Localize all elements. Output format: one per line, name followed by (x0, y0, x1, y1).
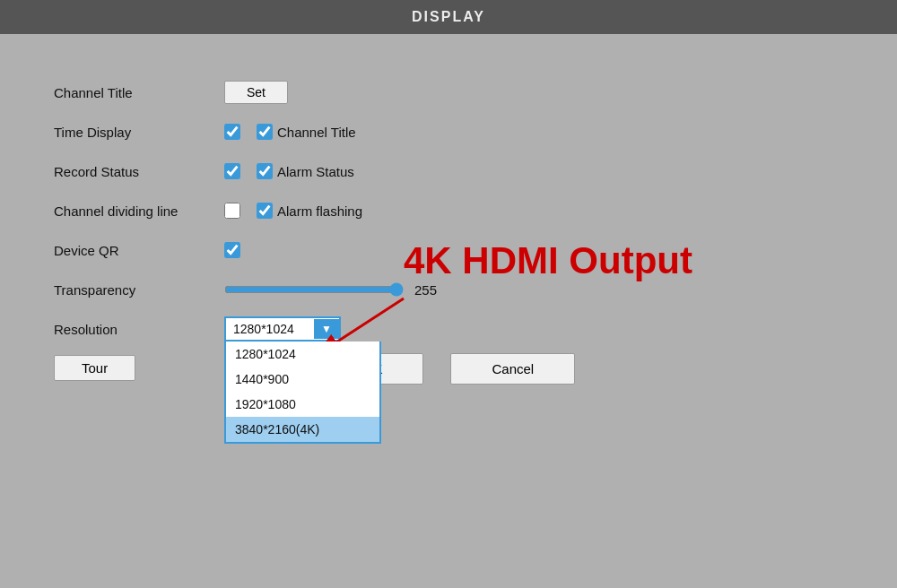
resolution-select-display[interactable]: 1280*1024 ▼ (224, 316, 341, 342)
dropdown-arrow-icon[interactable]: ▼ (314, 319, 339, 339)
set-button[interactable]: Set (224, 81, 288, 104)
time-display-label: Time Display (54, 125, 224, 140)
transparency-label: Transparency (54, 282, 224, 298)
channel-title-row: Channel Title Set (54, 79, 843, 106)
cancel-button[interactable]: Cancel (450, 353, 575, 385)
resolution-option-1280[interactable]: 1280*1024 (226, 342, 379, 367)
record-status-checkbox-group (224, 163, 240, 179)
channel-dividing-line-checkbox-group (224, 203, 240, 219)
resolution-option-1920[interactable]: 1920*1080 (226, 392, 379, 417)
transparency-value: 255 (414, 282, 446, 298)
device-qr-label: Device QR (54, 243, 224, 258)
resolution-option-4k[interactable]: 3840*2160(4K) (226, 417, 379, 442)
channel-title-checkbox[interactable] (257, 124, 273, 140)
record-status-checkbox[interactable] (224, 163, 240, 179)
alarm-flashing-checkbox[interactable] (257, 203, 273, 219)
alarm-status-checkbox-label: Alarm Status (277, 164, 354, 179)
channel-dividing-line-checkbox[interactable] (224, 203, 240, 219)
resolution-row: Resolution 1280*1024 ▼ 1280*1024 1440*90… (54, 316, 843, 342)
channel-dividing-line-label: Channel dividing line (54, 203, 224, 219)
resolution-selected-value: 1280*1024 (226, 318, 314, 340)
device-qr-checkbox[interactable] (224, 242, 240, 258)
record-status-label: Record Status (54, 164, 224, 179)
record-status-row: Record Status Alarm Status (54, 158, 843, 185)
bottom-buttons: OK Cancel (18, 353, 879, 385)
time-display-row: Time Display Channel Title (54, 118, 843, 145)
time-display-checkbox[interactable] (224, 124, 240, 140)
channel-title-checkbox-group: Channel Title (257, 124, 356, 140)
channel-dividing-line-row: Channel dividing line Alarm flashing (54, 197, 843, 224)
channel-title-checkbox-label: Channel Title (277, 125, 356, 140)
resolution-label: Resolution (54, 322, 224, 337)
resolution-dropdown-wrapper: 1280*1024 ▼ 1280*1024 1440*900 1920*1080… (224, 316, 341, 342)
time-display-checkbox-group (224, 124, 240, 140)
resolution-dropdown-menu: 1280*1024 1440*900 1920*1080 3840*2160(4… (224, 342, 381, 444)
dialog-title: DISPLAY (0, 0, 897, 34)
alarm-flashing-checkbox-label: Alarm flashing (277, 203, 362, 219)
transparency-slider[interactable] (224, 282, 404, 297)
channel-title-label: Channel Title (54, 85, 224, 100)
alarm-status-checkbox-group: Alarm Status (257, 163, 354, 179)
alarm-flashing-checkbox-group: Alarm flashing (257, 203, 362, 219)
transparency-row: Transparency 255 (54, 276, 843, 303)
device-qr-row: Device QR (54, 237, 843, 264)
resolution-option-1440[interactable]: 1440*900 (226, 367, 379, 392)
alarm-status-checkbox[interactable] (257, 163, 273, 179)
